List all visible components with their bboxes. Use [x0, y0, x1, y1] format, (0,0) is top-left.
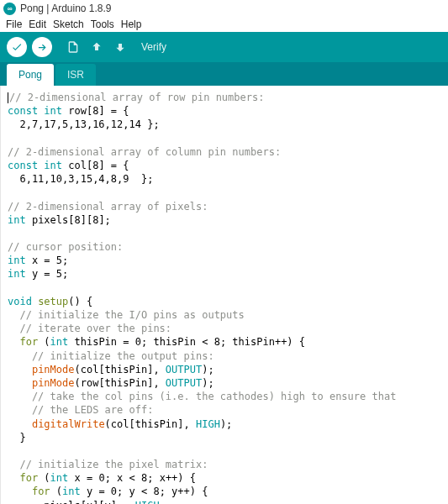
menu-file[interactable]: File	[3, 18, 24, 30]
code-line: pinMode(col[thisPin], OUTPUT);	[8, 363, 441, 376]
code-line: // take the col pins (i.e. the cathodes)…	[8, 390, 441, 403]
code-line: // initialize the pixel matrix:	[8, 458, 441, 471]
code-line	[8, 227, 441, 240]
titlebar: ∞ Pong | Arduino 1.8.9	[0, 0, 448, 17]
code-line: // initialize the I/O pins as outputs	[8, 308, 441, 322]
tab-isr[interactable]: ISR	[55, 64, 96, 86]
toolbar: Verify	[0, 32, 448, 62]
arduino-logo-icon: ∞	[3, 3, 16, 15]
upload-button[interactable]	[32, 37, 52, 57]
window-title: Pong | Arduino 1.8.9	[20, 3, 112, 14]
new-button[interactable]	[64, 38, 82, 56]
code-line	[8, 132, 441, 145]
code-line: int y = 5;	[8, 267, 441, 281]
code-line: // iterate over the pins:	[8, 322, 441, 335]
code-line: pinMode(row[thisPin], OUTPUT);	[8, 376, 441, 390]
code-line: for (int x = 0; x < 8; x++) {	[8, 471, 441, 485]
menu-help[interactable]: Help	[119, 18, 145, 30]
code-line	[8, 186, 441, 199]
code-line: int pixels[8][8];	[8, 213, 441, 227]
tab-strip: Pong ISR	[0, 62, 448, 86]
code-line: // 2-dimensional array of column pin num…	[8, 145, 441, 159]
menubar: File Edit Sketch Tools Help	[0, 17, 448, 32]
code-line: }	[8, 431, 441, 444]
menu-sketch[interactable]: Sketch	[50, 18, 87, 30]
file-icon	[66, 40, 80, 54]
code-line: digitalWrite(col[thisPin], HIGH);	[8, 417, 441, 431]
verify-button[interactable]	[7, 37, 27, 57]
tab-pong[interactable]: Pong	[7, 64, 54, 86]
code-line: pixels[x][y] = HIGH;	[8, 499, 441, 504]
code-line: 2,7,17,5,13,16,12,14 };	[8, 118, 441, 131]
code-line: // initialize the output pins:	[8, 349, 441, 363]
arrow-right-icon	[36, 41, 48, 53]
arrow-down-icon	[113, 40, 127, 54]
arrow-up-icon	[90, 40, 103, 54]
open-button[interactable]	[87, 38, 106, 56]
code-line: const int row[8] = {	[8, 104, 441, 118]
code-line: // the LEDS are off:	[8, 403, 441, 417]
code-line	[8, 444, 441, 458]
code-line: int x = 5;	[8, 254, 441, 267]
code-line: for (int y = 0; y < 8; y++) {	[8, 485, 441, 498]
code-line: // 2-dimensional array of pixels:	[8, 200, 441, 213]
code-line: // 2-dimensional array of row pin number…	[8, 91, 441, 104]
code-line: const int col[8] = {	[8, 159, 441, 172]
check-icon	[11, 41, 23, 53]
save-button[interactable]	[111, 38, 129, 56]
toolbar-status-label: Verify	[141, 41, 166, 53]
menu-edit[interactable]: Edit	[26, 18, 49, 30]
code-line: for (int thisPin = 0; thisPin < 8; thisP…	[8, 335, 441, 349]
code-editor[interactable]: // 2-dimensional array of row pin number…	[0, 86, 448, 504]
code-line: 6,11,10,3,15,4,8,9 };	[8, 172, 441, 186]
code-line: void setup() {	[8, 295, 441, 308]
menu-tools[interactable]: Tools	[88, 18, 117, 30]
code-line	[8, 281, 441, 295]
code-line: // cursor position:	[8, 240, 441, 254]
